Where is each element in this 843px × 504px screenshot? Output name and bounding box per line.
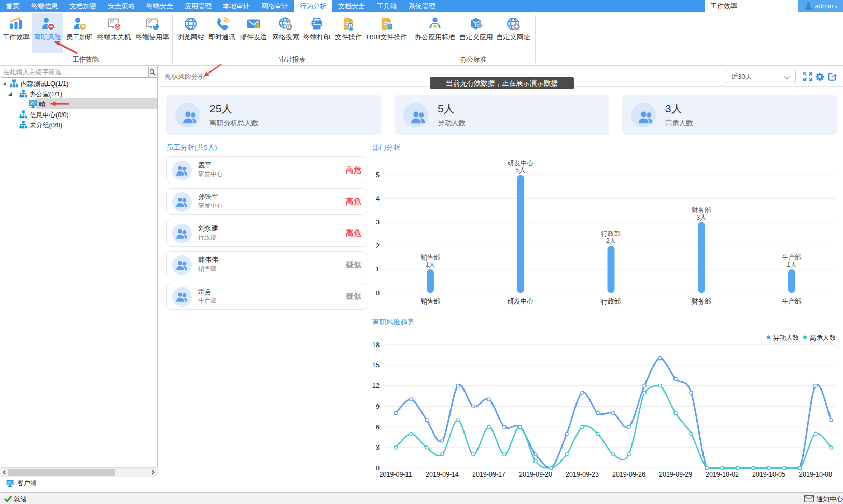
svg-text:研发中心: 研发中心	[507, 160, 534, 167]
svg-text:2人: 2人	[606, 237, 616, 244]
svg-text:生产部: 生产部	[782, 254, 802, 261]
svg-text:生产部: 生产部	[782, 298, 802, 305]
svg-text:3: 3	[376, 444, 380, 451]
svg-text:销售部: 销售部	[420, 298, 440, 305]
svg-text:9: 9	[376, 403, 380, 410]
svg-text:2019-10-02: 2019-10-02	[706, 471, 739, 478]
svg-text:2019-10-05: 2019-10-05	[752, 471, 785, 478]
svg-text:高危人数: 高危人数	[810, 334, 836, 341]
svg-text:3人: 3人	[696, 214, 707, 221]
svg-text:4: 4	[376, 195, 380, 203]
svg-text:2019-09-14: 2019-09-14	[426, 471, 459, 478]
svg-text:行政部: 行政部	[601, 230, 621, 237]
svg-text:财务部: 财务部	[692, 207, 711, 214]
svg-text:5人: 5人	[515, 167, 526, 174]
svg-text:18: 18	[372, 341, 380, 349]
svg-text:2019-09-23: 2019-09-23	[566, 471, 599, 478]
svg-text:行政部: 行政部	[601, 298, 621, 305]
svg-text:5: 5	[376, 171, 380, 179]
svg-text:财务部: 财务部	[692, 298, 711, 305]
svg-text:1: 1	[376, 266, 380, 273]
svg-text:研发中心: 研发中心	[507, 298, 534, 305]
svg-text:2019-10-08: 2019-10-08	[799, 471, 832, 478]
svg-text:2019-09-17: 2019-09-17	[472, 471, 505, 478]
svg-text:0: 0	[376, 290, 380, 297]
svg-text:异动人数: 异动人数	[773, 334, 799, 341]
svg-text:销售部: 销售部	[420, 254, 440, 261]
svg-text:15: 15	[372, 362, 380, 369]
svg-text:2019-09-11: 2019-09-11	[379, 471, 412, 478]
svg-text:3: 3	[376, 219, 380, 226]
svg-text:1人: 1人	[425, 261, 435, 268]
svg-text:2019-09-29: 2019-09-29	[659, 471, 692, 478]
svg-text:6: 6	[376, 424, 380, 431]
svg-text:2: 2	[376, 242, 380, 250]
svg-text:12: 12	[372, 382, 380, 390]
svg-text:2019-09-20: 2019-09-20	[519, 471, 552, 478]
svg-text:1人: 1人	[786, 261, 797, 268]
svg-text:2019-09-26: 2019-09-26	[612, 471, 645, 478]
